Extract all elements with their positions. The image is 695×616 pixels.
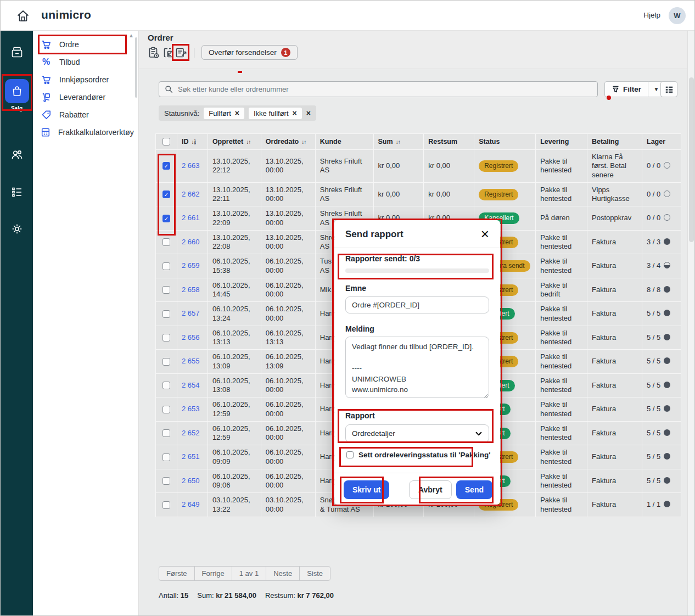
column-header-Opprettet[interactable]: Opprettet↓↑ [208,134,261,150]
order-id-cell: 2 661 [177,206,208,231]
chip-remove-icon[interactable]: × [293,109,297,117]
sidenav-scrollbar[interactable] [135,37,137,98]
sidebar-item-innkjopsordrer[interactable]: Innkjøpsordrer [41,71,131,88]
column-header-Sum[interactable]: Sum↓↑ [373,134,424,150]
row-checkbox[interactable] [162,286,170,294]
resize-grip-icon[interactable] [484,394,489,399]
home-button[interactable] [15,8,31,24]
row-select-cell [156,493,177,517]
order-id-link[interactable]: 2 653 [182,405,200,413]
chip-label: Ikke fullført [254,109,289,117]
order-id-link[interactable]: 2 663 [182,161,200,170]
sidebar-item-fraktkalkulator[interactable]: Fraktkalkulatorverktøy [41,124,131,141]
order-id-link[interactable]: 2 650 [182,477,200,485]
sort-icon[interactable]: ↓↑ [246,139,250,145]
column-view-button[interactable] [660,81,677,97]
pager-button-første[interactable]: Første [159,566,195,581]
print-button[interactable]: Skriv ut [344,480,389,499]
order-id-link[interactable]: 2 660 [182,238,200,246]
sidebar-item-tilbud[interactable]: % Tilbud [41,53,131,71]
chip-ikke-fullfort[interactable]: Ikke fullført × [249,108,302,119]
order-id-link[interactable]: 2 659 [182,261,200,270]
sidebar-item-rabatter[interactable]: Rabatter [41,106,131,124]
transfer-shipments-button[interactable]: Overfør forsendelser 1 [201,45,298,60]
ordredato-cell: 13.10.2025, 00:00 [261,230,315,254]
search-input[interactable]: Søk etter kunde eller ordrenummer [159,81,598,97]
set-packing-status-checkbox-row[interactable]: Sett ordreleveringsstatus til 'Pakking' [346,451,491,459]
row-checkbox[interactable] [162,406,170,413]
betaling-cell: Postoppkrav [587,206,642,231]
packing-checkbox[interactable] [346,451,354,458]
order-id-link[interactable]: 2 651 [182,452,200,461]
pager-button-neste[interactable]: Neste [266,566,300,581]
betaling-cell: Faktura [587,493,642,517]
stock-status-icon [664,357,670,364]
row-checkbox[interactable] [162,358,170,366]
row-checkbox[interactable]: ✓ [162,215,170,222]
betaling-cell: Faktura [587,302,642,326]
rapport-selected-value: Ordredetaljer [352,429,395,438]
rail-item-settings[interactable] [1,222,33,236]
sort-icon[interactable]: ↓↑ [396,139,400,145]
sidebar-item-ordre[interactable]: Ordre [41,36,131,53]
page-scrollbar[interactable] [687,31,694,616]
row-checkbox[interactable]: ✓ [162,191,170,198]
status-filter-chips: Statusnivå: Fullført × Ikke fullført × × [159,105,316,121]
row-checkbox[interactable] [162,477,170,485]
restsum-value: kr 7 762,00 [297,591,334,600]
stock-status-icon [664,429,670,436]
sort-icon[interactable]: ↓↑ [301,139,306,145]
pager-button-forrige[interactable]: Forrige [194,566,232,581]
restsum-cell: kr 0,00 [424,150,474,183]
row-checkbox[interactable] [162,382,170,389]
row-checkbox[interactable] [162,453,170,461]
chip-fullfort[interactable]: Fullført × [204,108,244,119]
order-id-link[interactable]: 2 652 [182,429,200,437]
sort-icon[interactable]: ↓19 [191,139,195,145]
pager-button-siste[interactable]: Siste [299,566,330,581]
help-link[interactable]: Hjelp [643,11,660,19]
column-header-ID[interactable]: ID↓19 [177,134,208,150]
row-checkbox[interactable] [162,310,170,318]
row-checkbox[interactable] [162,501,170,509]
select-all-checkbox[interactable] [162,138,170,145]
totals-bar: Antall: 15 Sum: kr 21 584,00 Restsum: kr… [159,591,334,600]
sidebar-item-leverandorer[interactable]: Leverandører [41,88,131,106]
order-id-link[interactable]: 2 655 [182,357,200,365]
chips-clear-all-icon[interactable]: × [306,109,311,117]
rail-item-salg[interactable]: Salg [1,79,33,111]
betaling-cell: Faktura [587,445,642,469]
row-checkbox[interactable] [162,262,170,270]
rapport-select[interactable]: Ordredetaljer [345,424,489,443]
rail-item-tasks[interactable] [1,185,33,199]
column-header-Ordredato[interactable]: Ordredato↓↑ [261,134,315,150]
rail-item-contacts[interactable] [1,148,33,162]
column-header-select[interactable] [156,134,177,150]
levering-cell: På døren [536,206,587,231]
row-checkbox[interactable] [162,429,170,437]
order-id-link[interactable]: 2 661 [182,214,200,222]
melding-field[interactable]: Vedlagt finner du tilbud [ORDER_ID]. ---… [345,337,489,398]
order-id-link[interactable]: 2 654 [182,381,200,389]
cancel-button[interactable]: Avbryt [409,480,452,499]
emne-field[interactable] [345,296,489,313]
new-order-report-button[interactable] [147,46,161,60]
order-id-cell: 2 657 [177,302,208,326]
user-avatar[interactable]: W [669,7,686,24]
pager-button-1-av-1[interactable]: 1 av 1 [232,566,266,581]
order-id-link[interactable]: 2 649 [182,500,200,508]
chip-remove-icon[interactable]: × [235,109,239,117]
send-button[interactable]: Send [456,480,492,499]
row-checkbox[interactable] [162,238,170,246]
order-id-link[interactable]: 2 657 [182,309,200,317]
order-id-link[interactable]: 2 658 [182,285,200,294]
rail-item-archive[interactable] [1,45,33,59]
filter-button[interactable]: Filter [604,81,648,97]
home-icon [15,8,31,24]
order-id-link[interactable]: 2 662 [182,190,200,198]
close-icon[interactable]: × [478,223,492,244]
row-checkbox[interactable] [162,334,170,341]
send-report-button[interactable] [174,46,188,60]
order-id-link[interactable]: 2 656 [182,333,200,341]
row-checkbox[interactable]: ✓ [162,162,170,170]
